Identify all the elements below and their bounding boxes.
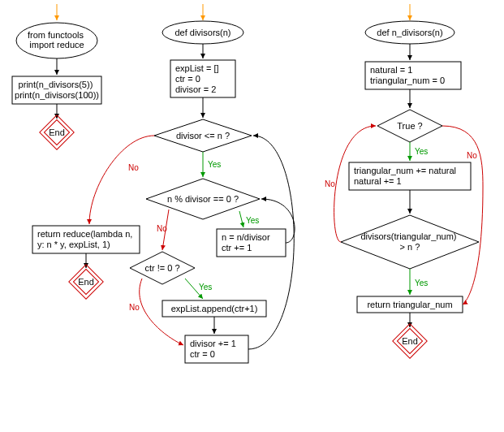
cond-true-text: True ?: [397, 121, 422, 131]
flowchart-a: from functools import reduce print(n_div…: [12, 4, 101, 149]
yes-label: Yes: [415, 279, 428, 287]
cond-mod-text: n % divisor == 0 ?: [167, 194, 239, 204]
arrow-yes-icon: [239, 211, 243, 227]
cond-ctr-text: ctr != 0 ?: [144, 263, 179, 273]
yes-label: Yes: [208, 160, 221, 169]
start-node-a-text: from functools import reduce: [28, 30, 86, 50]
func-header-c-text: def n_divisors(n): [377, 28, 442, 37]
no-label: No: [129, 303, 140, 312]
flowchart-b: def divisors(n) expList = [] ctr = 0 div…: [32, 4, 295, 363]
no-label: No: [128, 163, 139, 172]
append-block-text: expList.append(ctr+1): [171, 304, 258, 313]
yes-label: Yes: [246, 216, 259, 225]
end-node-a: End: [40, 115, 74, 149]
no-label: No: [467, 151, 477, 160]
flowchart-c: def n_divisors(n) natural = 1 triangular…: [325, 4, 483, 358]
end-label: End: [402, 336, 418, 346]
func-header-b-text: def divisors(n): [174, 28, 230, 37]
call-block-a-text: print(n_divisors(5)) print(n_divisors(10…: [15, 80, 99, 100]
yes-label: Yes: [199, 283, 212, 292]
no-label: No: [325, 179, 335, 188]
end-label: End: [78, 277, 94, 287]
cond-divisor-le-n-text: divisor <= n ?: [176, 131, 230, 140]
arrow-no-icon: [89, 136, 154, 224]
end-node-c: End: [393, 324, 427, 358]
end-label: End: [49, 127, 65, 137]
return-block-c-text: return triangular_num: [367, 300, 452, 309]
no-label: No: [157, 224, 167, 233]
end-node-b: End: [69, 265, 103, 299]
yes-label: Yes: [415, 147, 428, 156]
